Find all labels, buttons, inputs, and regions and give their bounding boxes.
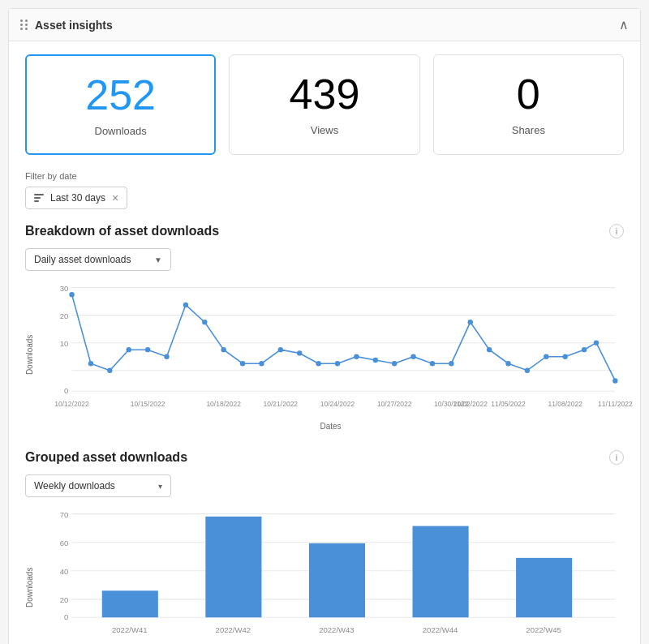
svg-point-32	[505, 361, 510, 366]
line-chart-area: 30 20 10 0	[37, 279, 624, 431]
bar-chart-area: 70 60 40 20 0 2022/W41 2022/W42	[37, 505, 624, 644]
svg-point-12	[127, 347, 131, 352]
svg-text:30: 30	[60, 284, 69, 293]
svg-point-27	[410, 354, 415, 359]
svg-text:70: 70	[60, 510, 69, 519]
svg-point-11	[107, 368, 112, 373]
bar-chart-y-label: Downloads	[25, 505, 34, 644]
svg-point-21	[297, 350, 302, 355]
dropdown-arrow-icon: ▼	[154, 255, 162, 264]
svg-point-18	[240, 361, 245, 366]
filter-section: Filter by date Last 30 days ×	[25, 171, 624, 209]
svg-point-10	[88, 361, 93, 366]
stat-card-shares[interactable]: 0 Shares	[433, 54, 624, 155]
downloads-value: 252	[43, 72, 198, 118]
svg-text:10/18/2022: 10/18/2022	[206, 401, 241, 409]
svg-point-20	[278, 347, 283, 352]
svg-point-14	[164, 354, 169, 359]
svg-text:2022/W42: 2022/W42	[216, 626, 251, 635]
svg-point-9	[69, 292, 74, 297]
svg-text:10/21/2022: 10/21/2022	[264, 401, 299, 409]
grouped-dropdown[interactable]: Weekly downloads ▾	[25, 474, 171, 497]
svg-text:20: 20	[60, 595, 69, 604]
svg-rect-68	[516, 558, 572, 617]
svg-text:10/24/2022: 10/24/2022	[320, 401, 355, 409]
line-chart-wrap: Downloads 30 20 10 0	[25, 279, 624, 431]
panel-header-left: Asset insights	[20, 19, 113, 32]
grouped-dropdown-arrow-icon: ▾	[158, 482, 162, 491]
svg-point-19	[259, 361, 264, 366]
bar-chart-svg: 70 60 40 20 0 2022/W41 2022/W42	[37, 505, 624, 644]
drag-icon	[20, 19, 28, 30]
panel-header: Asset insights ∧	[9, 9, 640, 41]
collapse-button[interactable]: ∧	[619, 17, 629, 32]
svg-point-23	[335, 361, 340, 366]
svg-point-26	[392, 361, 397, 366]
svg-text:11/08/2022: 11/08/2022	[548, 401, 582, 409]
breakdown-dropdown[interactable]: Daily asset downloads ▼	[25, 248, 171, 271]
panel-title: Asset insights	[35, 19, 113, 32]
breakdown-section: Breakdown of asset downloads i Daily ass…	[25, 224, 624, 431]
grouped-title: Grouped asset downloads	[25, 450, 624, 465]
svg-point-29	[449, 361, 453, 366]
svg-rect-60	[102, 591, 158, 618]
svg-point-33	[525, 368, 530, 373]
svg-point-16	[202, 320, 207, 324]
shares-label: Shares	[450, 124, 607, 136]
svg-point-37	[594, 341, 599, 346]
svg-point-34	[544, 354, 548, 359]
line-chart-svg: 30 20 10 0	[37, 279, 624, 417]
svg-text:0: 0	[64, 387, 68, 396]
svg-text:20: 20	[60, 311, 69, 320]
breakdown-title: Breakdown of asset downloads	[25, 224, 624, 238]
svg-point-22	[316, 361, 320, 366]
breakdown-dropdown-value: Daily asset downloads	[34, 254, 131, 265]
svg-text:10/12/2022: 10/12/2022	[54, 401, 89, 409]
svg-text:40: 40	[60, 567, 69, 576]
filter-label: Filter by date	[25, 171, 624, 181]
svg-text:10: 10	[60, 339, 69, 348]
svg-rect-64	[309, 543, 365, 617]
svg-text:10/15/2022: 10/15/2022	[131, 401, 165, 409]
svg-rect-62	[205, 517, 261, 617]
svg-point-17	[221, 347, 226, 352]
grouped-section: Grouped asset downloads i Weekly downloa…	[25, 450, 624, 644]
svg-point-15	[183, 303, 188, 307]
svg-point-36	[582, 347, 587, 352]
svg-point-25	[373, 358, 378, 363]
svg-point-13	[145, 347, 150, 352]
svg-point-38	[612, 378, 617, 383]
svg-text:60: 60	[60, 539, 69, 547]
shares-value: 0	[450, 71, 607, 118]
svg-text:11/05/2022: 11/05/2022	[491, 401, 526, 409]
views-value: 439	[246, 71, 402, 118]
svg-point-24	[354, 354, 359, 359]
line-chart-y-label: Downloads	[25, 279, 34, 431]
svg-text:10/27/2022: 10/27/2022	[377, 401, 412, 409]
filter-icon	[34, 194, 44, 202]
line-chart-x-label: Dates	[37, 422, 624, 431]
svg-text:2022/W43: 2022/W43	[319, 626, 355, 635]
svg-text:2022/W41: 2022/W41	[112, 626, 148, 635]
views-label: Views	[246, 124, 402, 136]
svg-point-31	[487, 347, 492, 352]
svg-rect-66	[413, 526, 469, 618]
svg-text:11/11/2022: 11/11/2022	[598, 401, 633, 409]
stat-card-downloads[interactable]: 252 Downloads	[25, 54, 216, 155]
svg-point-35	[562, 354, 567, 359]
panel-body: 252 Downloads 439 Views 0 Shares Filter …	[9, 41, 640, 644]
svg-point-28	[430, 361, 435, 366]
filter-close-icon[interactable]: ×	[112, 191, 118, 204]
filter-tag[interactable]: Last 30 days ×	[25, 187, 127, 209]
bar-chart-wrap: Downloads 70 60 40 20 0	[25, 505, 624, 644]
svg-text:11/02/2022: 11/02/2022	[453, 401, 488, 409]
stats-row: 252 Downloads 439 Views 0 Shares	[25, 54, 624, 155]
filter-tag-text: Last 30 days	[50, 192, 105, 204]
downloads-label: Downloads	[43, 125, 198, 137]
svg-text:2022/W45: 2022/W45	[526, 626, 561, 635]
svg-point-30	[468, 320, 473, 324]
svg-text:0: 0	[64, 613, 68, 622]
stat-card-views[interactable]: 439 Views	[229, 54, 419, 155]
grouped-dropdown-value: Weekly downloads	[34, 480, 115, 492]
asset-insights-panel: Asset insights ∧ 252 Downloads 439 Views…	[8, 8, 641, 644]
